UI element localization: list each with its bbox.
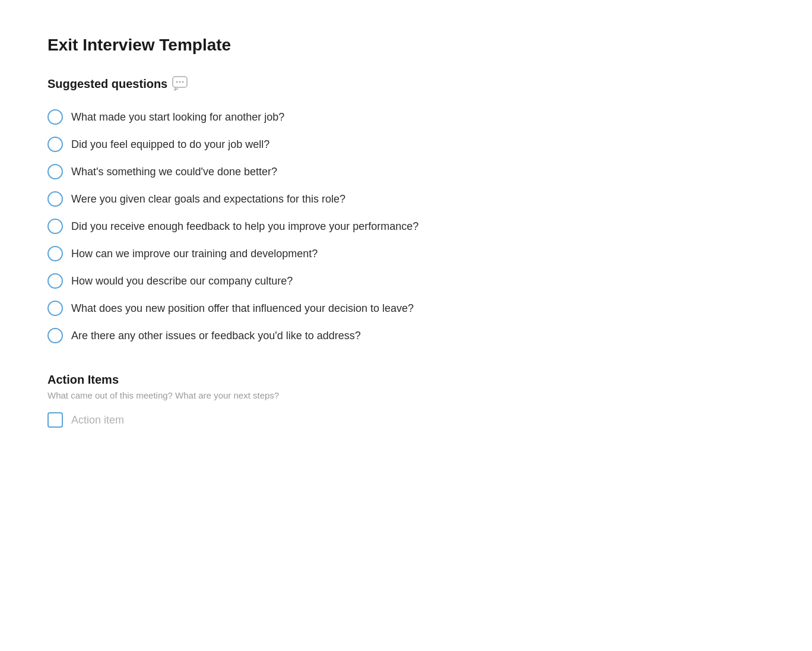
questions-list: What made you start looking for another … [47, 103, 765, 349]
question-text: What's something we could've done better… [71, 166, 277, 178]
question-text: Are there any other issues or feedback y… [71, 330, 361, 342]
svg-point-2 [179, 81, 181, 83]
action-items-subtitle: What came out of this meeting? What are … [47, 390, 765, 400]
question-circle-checkbox[interactable] [47, 109, 63, 125]
question-text: Did you feel equipped to do your job wel… [71, 138, 269, 151]
svg-point-3 [182, 81, 184, 83]
svg-point-1 [176, 81, 178, 83]
section-label: Suggested questions [47, 77, 167, 91]
action-item-checkbox[interactable] [47, 412, 63, 428]
question-circle-checkbox[interactable] [47, 191, 63, 207]
question-item: What does you new position offer that in… [47, 295, 765, 322]
question-text: How would you describe our company cultu… [71, 275, 293, 287]
page-title: Exit Interview Template [47, 36, 765, 55]
question-text: Were you given clear goals and expectati… [71, 193, 345, 206]
question-item: What made you start looking for another … [47, 103, 765, 131]
question-circle-checkbox[interactable] [47, 164, 63, 179]
question-item: What's something we could've done better… [47, 158, 765, 185]
action-item-placeholder[interactable]: Action item [71, 414, 124, 426]
question-circle-checkbox[interactable] [47, 219, 63, 234]
question-circle-checkbox[interactable] [47, 137, 63, 152]
action-item-row: Action item [47, 412, 765, 428]
suggested-questions-heading: Suggested questions [47, 76, 765, 91]
question-item: How would you describe our company cultu… [47, 267, 765, 295]
question-text: What made you start looking for another … [71, 111, 284, 124]
question-item: Were you given clear goals and expectati… [47, 185, 765, 213]
question-circle-checkbox[interactable] [47, 246, 63, 261]
question-text: How can we improve our training and deve… [71, 248, 318, 260]
question-item: Did you receive enough feedback to help … [47, 213, 765, 240]
question-item: Are there any other issues or feedback y… [47, 322, 765, 349]
question-text: What does you new position offer that in… [71, 302, 414, 315]
question-circle-checkbox[interactable] [47, 273, 63, 289]
question-text: Did you receive enough feedback to help … [71, 220, 418, 233]
question-circle-checkbox[interactable] [47, 301, 63, 316]
action-items-title: Action Items [47, 373, 765, 387]
chat-icon [172, 76, 188, 91]
question-item: How can we improve our training and deve… [47, 240, 765, 267]
question-item: Did you feel equipped to do your job wel… [47, 131, 765, 158]
action-items-section: Action Items What came out of this meeti… [47, 373, 765, 428]
question-circle-checkbox[interactable] [47, 328, 63, 343]
